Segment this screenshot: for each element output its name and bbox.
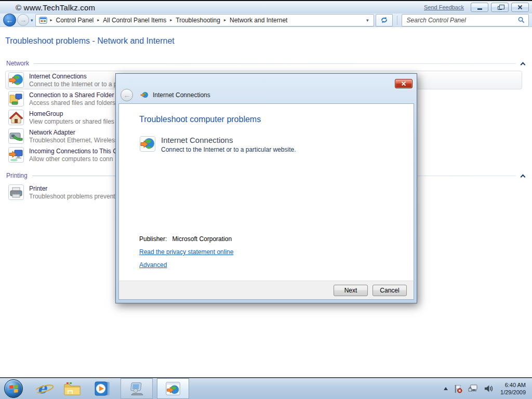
taskbar: e: [0, 377, 532, 399]
task-title[interactable]: Printer: [29, 185, 115, 192]
network-adapter-icon: [8, 128, 24, 144]
task-desc: Connect to the Internet or to a p: [29, 81, 117, 88]
internet-connections-icon: [8, 72, 24, 88]
task-desc: Allow other computers to conn: [29, 155, 117, 163]
search-input[interactable]: [406, 16, 518, 24]
shared-folder-icon: [8, 90, 24, 107]
search-icon[interactable]: [518, 17, 525, 23]
printer-icon: [8, 184, 24, 201]
send-feedback-link[interactable]: Send Feedback: [424, 4, 464, 10]
close-button[interactable]: [511, 3, 529, 12]
publisher-label: Publisher:: [139, 235, 167, 243]
task-desc: Access shared files and folders o: [29, 99, 121, 107]
publisher-line: Publisher:Microsoft Corporation: [139, 235, 232, 243]
taskbar-control-panel-window[interactable]: [121, 378, 153, 399]
section-header-network: Network: [6, 58, 526, 69]
task-desc: View computers or shared files i: [29, 118, 117, 125]
windows-logo-icon: [9, 384, 19, 393]
navigation-toolbar: ← → ▾ ▸ Control Panel ▸ All Control Pane…: [0, 14, 532, 27]
dialog-item-desc: Connect to the Internet or to a particul…: [161, 146, 296, 153]
minimize-button[interactable]: [471, 3, 488, 12]
window-title: © www.TechTalkz.com: [16, 3, 95, 12]
recent-pages-caret-icon[interactable]: ▾: [31, 18, 33, 23]
desktop-screen: © www.TechTalkz.com Send Feedback ← → ▾ …: [0, 0, 532, 399]
collapse-chevron-icon[interactable]: [521, 174, 526, 179]
page-title: Troubleshoot problems - Network and Inte…: [5, 36, 532, 46]
breadcrumb-separator-icon: ▸: [223, 18, 227, 22]
internet-connections-icon: [140, 91, 149, 99]
task-title[interactable]: Incoming Connections to This C: [29, 148, 117, 155]
close-icon: [517, 5, 523, 10]
toolbar-divider: [397, 16, 397, 25]
internet-connections-icon: [165, 381, 181, 396]
section-rule: [34, 63, 516, 64]
task-desc: Troubleshoot Ethernet, Wireless,: [29, 137, 119, 144]
dialog-header: ← Internet Connections: [121, 89, 210, 101]
internet-connections-icon: [139, 136, 156, 152]
close-icon: [401, 81, 406, 86]
task-desc: Troubleshoot problems prevent: [29, 193, 115, 200]
homegroup-icon: [8, 109, 24, 126]
taskbar-troubleshooter-window[interactable]: [157, 378, 189, 399]
start-button[interactable]: [4, 379, 23, 398]
dialog-title: Internet Connections: [153, 91, 210, 99]
ie-orbit-ring: [34, 383, 55, 395]
window-titlebar: © www.TechTalkz.com Send Feedback: [0, 0, 532, 14]
show-hidden-icons-icon[interactable]: [444, 387, 448, 390]
refresh-icon: [380, 16, 388, 24]
breadcrumb-separator-icon: ▸: [96, 18, 100, 22]
dialog-footer: Next Cancel: [118, 281, 414, 300]
breadcrumb-troubleshooting[interactable]: Troubleshooting: [173, 17, 223, 24]
privacy-statement-link[interactable]: Read the privacy statement online: [139, 248, 233, 256]
collapse-chevron-icon[interactable]: [521, 62, 526, 67]
media-player-icon[interactable]: [91, 378, 113, 399]
next-button[interactable]: Next: [334, 285, 368, 296]
address-bar[interactable]: ▸ Control Panel ▸ All Control Panel Item…: [35, 14, 374, 26]
incoming-connections-icon: [8, 147, 24, 163]
troubleshooter-dialog: ← Internet Connections Troubleshoot comp…: [115, 73, 417, 303]
dialog-item-internet-connections[interactable]: Internet Connections Connect to the Inte…: [139, 136, 296, 153]
dialog-heading: Troubleshoot computer problems: [139, 115, 261, 124]
search-box[interactable]: [402, 14, 529, 26]
refresh-button[interactable]: [376, 14, 393, 26]
window-controls: Send Feedback: [424, 3, 532, 12]
section-name: Network: [6, 60, 29, 67]
dialog-body: Troubleshoot computer problems Internet …: [118, 103, 414, 281]
cancel-button[interactable]: Cancel: [373, 285, 407, 296]
breadcrumb-all-items[interactable]: All Control Panel Items: [100, 17, 169, 24]
restore-icon: [498, 6, 502, 10]
clock-date: 1/29/2009: [500, 389, 526, 396]
advanced-link[interactable]: Advanced: [139, 261, 167, 269]
breadcrumb-separator-icon: ▸: [169, 18, 173, 22]
dialog-back-button[interactable]: ←: [121, 89, 133, 101]
internet-explorer-icon[interactable]: e: [31, 378, 53, 399]
control-panel-icon: [39, 16, 47, 24]
dialog-close-button[interactable]: [395, 79, 413, 88]
breadcrumb-separator-icon: ▸: [49, 18, 54, 22]
task-title[interactable]: HomeGroup: [29, 110, 117, 117]
task-title[interactable]: Network Adapter: [29, 129, 119, 136]
display-settings-icon: [129, 381, 144, 396]
clock-time: 6:40 AM: [500, 381, 526, 389]
address-dropdown-caret-icon[interactable]: ▾: [364, 18, 371, 23]
publisher-value: Microsoft Corporation: [172, 235, 232, 243]
back-button[interactable]: ←: [3, 14, 16, 26]
system-tray: 6:40 AM 1/29/2009: [444, 381, 532, 396]
volume-icon[interactable]: [484, 384, 493, 393]
action-center-flag-icon[interactable]: [454, 384, 462, 393]
breadcrumb-control-panel[interactable]: Control Panel: [54, 17, 97, 24]
section-name: Printing: [6, 172, 28, 179]
forward-button[interactable]: →: [17, 14, 29, 26]
task-title[interactable]: Internet Connections: [29, 73, 117, 80]
restore-button[interactable]: [491, 3, 509, 12]
minimize-icon: [477, 8, 482, 10]
taskbar-clock[interactable]: 6:40 AM 1/29/2009: [500, 381, 526, 396]
windows-explorer-icon[interactable]: [61, 378, 83, 399]
task-title[interactable]: Connection to a Shared Folder: [29, 91, 121, 99]
dialog-item-title[interactable]: Internet Connections: [161, 136, 296, 144]
breadcrumb-network-and-internet[interactable]: Network and Internet: [227, 17, 290, 24]
network-status-icon[interactable]: [468, 384, 478, 393]
